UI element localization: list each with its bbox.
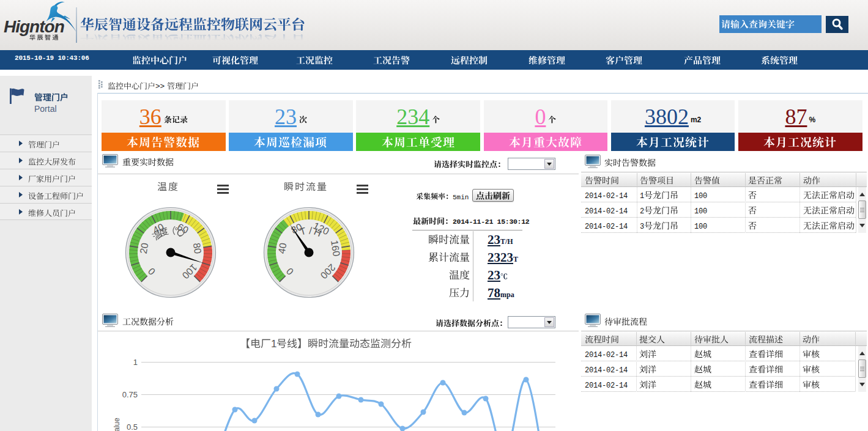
svg-text:80: 80 bbox=[191, 242, 204, 254]
svg-text:20: 20 bbox=[138, 242, 150, 254]
svg-text:40: 40 bbox=[276, 242, 289, 254]
